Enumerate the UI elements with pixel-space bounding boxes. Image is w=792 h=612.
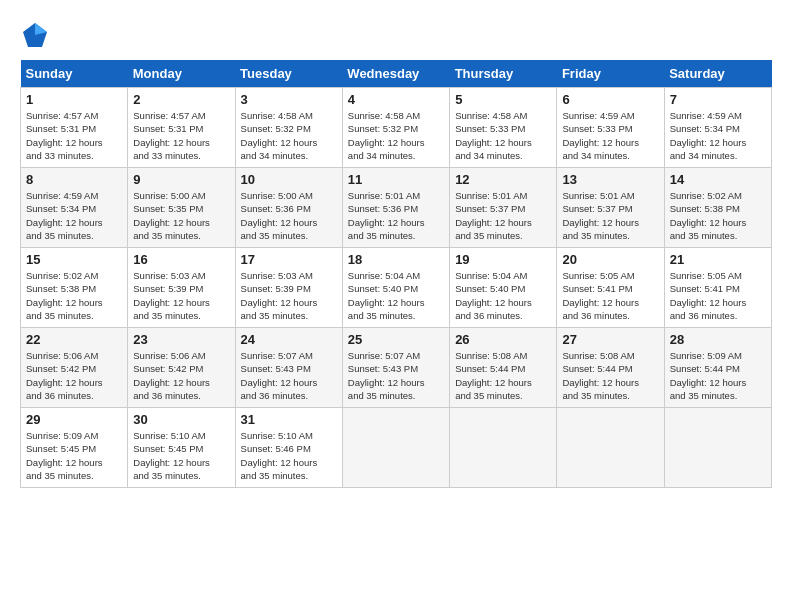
calendar-cell: 7Sunrise: 4:59 AM Sunset: 5:34 PM Daylig… — [664, 88, 771, 168]
calendar-week-4: 29Sunrise: 5:09 AM Sunset: 5:45 PM Dayli… — [21, 408, 772, 488]
day-number: 28 — [670, 332, 766, 347]
calendar-cell: 30Sunrise: 5:10 AM Sunset: 5:45 PM Dayli… — [128, 408, 235, 488]
calendar-cell: 6Sunrise: 4:59 AM Sunset: 5:33 PM Daylig… — [557, 88, 664, 168]
day-number: 12 — [455, 172, 551, 187]
day-info: Sunrise: 5:05 AM Sunset: 5:41 PM Dayligh… — [562, 269, 658, 322]
calendar-week-1: 8Sunrise: 4:59 AM Sunset: 5:34 PM Daylig… — [21, 168, 772, 248]
day-info: Sunrise: 4:59 AM Sunset: 5:34 PM Dayligh… — [670, 109, 766, 162]
day-info: Sunrise: 5:01 AM Sunset: 5:36 PM Dayligh… — [348, 189, 444, 242]
day-info: Sunrise: 5:09 AM Sunset: 5:44 PM Dayligh… — [670, 349, 766, 402]
calendar-cell: 13Sunrise: 5:01 AM Sunset: 5:37 PM Dayli… — [557, 168, 664, 248]
day-number: 6 — [562, 92, 658, 107]
day-info: Sunrise: 5:04 AM Sunset: 5:40 PM Dayligh… — [348, 269, 444, 322]
calendar-cell: 15Sunrise: 5:02 AM Sunset: 5:38 PM Dayli… — [21, 248, 128, 328]
day-info: Sunrise: 5:07 AM Sunset: 5:43 PM Dayligh… — [241, 349, 337, 402]
calendar-cell: 19Sunrise: 5:04 AM Sunset: 5:40 PM Dayli… — [450, 248, 557, 328]
day-number: 30 — [133, 412, 229, 427]
header-day-saturday: Saturday — [664, 60, 771, 88]
day-number: 17 — [241, 252, 337, 267]
day-info: Sunrise: 4:57 AM Sunset: 5:31 PM Dayligh… — [133, 109, 229, 162]
calendar-week-2: 15Sunrise: 5:02 AM Sunset: 5:38 PM Dayli… — [21, 248, 772, 328]
day-number: 13 — [562, 172, 658, 187]
day-number: 9 — [133, 172, 229, 187]
day-info: Sunrise: 5:08 AM Sunset: 5:44 PM Dayligh… — [455, 349, 551, 402]
day-number: 10 — [241, 172, 337, 187]
calendar-cell: 3Sunrise: 4:58 AM Sunset: 5:32 PM Daylig… — [235, 88, 342, 168]
day-info: Sunrise: 5:00 AM Sunset: 5:35 PM Dayligh… — [133, 189, 229, 242]
day-number: 19 — [455, 252, 551, 267]
calendar-cell: 28Sunrise: 5:09 AM Sunset: 5:44 PM Dayli… — [664, 328, 771, 408]
page-header — [20, 20, 772, 50]
day-info: Sunrise: 5:01 AM Sunset: 5:37 PM Dayligh… — [455, 189, 551, 242]
day-info: Sunrise: 5:10 AM Sunset: 5:45 PM Dayligh… — [133, 429, 229, 482]
day-number: 24 — [241, 332, 337, 347]
calendar-cell: 1Sunrise: 4:57 AM Sunset: 5:31 PM Daylig… — [21, 88, 128, 168]
day-number: 23 — [133, 332, 229, 347]
day-info: Sunrise: 5:06 AM Sunset: 5:42 PM Dayligh… — [133, 349, 229, 402]
header-day-sunday: Sunday — [21, 60, 128, 88]
day-info: Sunrise: 5:10 AM Sunset: 5:46 PM Dayligh… — [241, 429, 337, 482]
calendar-cell: 2Sunrise: 4:57 AM Sunset: 5:31 PM Daylig… — [128, 88, 235, 168]
calendar-cell: 18Sunrise: 5:04 AM Sunset: 5:40 PM Dayli… — [342, 248, 449, 328]
calendar-cell: 4Sunrise: 4:58 AM Sunset: 5:32 PM Daylig… — [342, 88, 449, 168]
calendar-cell: 24Sunrise: 5:07 AM Sunset: 5:43 PM Dayli… — [235, 328, 342, 408]
day-info: Sunrise: 5:04 AM Sunset: 5:40 PM Dayligh… — [455, 269, 551, 322]
calendar-cell: 20Sunrise: 5:05 AM Sunset: 5:41 PM Dayli… — [557, 248, 664, 328]
day-number: 5 — [455, 92, 551, 107]
logo — [20, 20, 55, 50]
day-info: Sunrise: 5:08 AM Sunset: 5:44 PM Dayligh… — [562, 349, 658, 402]
calendar-body: 1Sunrise: 4:57 AM Sunset: 5:31 PM Daylig… — [21, 88, 772, 488]
calendar-cell: 10Sunrise: 5:00 AM Sunset: 5:36 PM Dayli… — [235, 168, 342, 248]
calendar-cell: 16Sunrise: 5:03 AM Sunset: 5:39 PM Dayli… — [128, 248, 235, 328]
header-day-monday: Monday — [128, 60, 235, 88]
day-info: Sunrise: 5:05 AM Sunset: 5:41 PM Dayligh… — [670, 269, 766, 322]
day-info: Sunrise: 4:58 AM Sunset: 5:32 PM Dayligh… — [348, 109, 444, 162]
day-number: 11 — [348, 172, 444, 187]
day-info: Sunrise: 5:03 AM Sunset: 5:39 PM Dayligh… — [241, 269, 337, 322]
day-number: 18 — [348, 252, 444, 267]
calendar-cell: 12Sunrise: 5:01 AM Sunset: 5:37 PM Dayli… — [450, 168, 557, 248]
calendar-table: SundayMondayTuesdayWednesdayThursdayFrid… — [20, 60, 772, 488]
day-info: Sunrise: 5:09 AM Sunset: 5:45 PM Dayligh… — [26, 429, 122, 482]
calendar-cell — [557, 408, 664, 488]
calendar-cell: 25Sunrise: 5:07 AM Sunset: 5:43 PM Dayli… — [342, 328, 449, 408]
day-number: 26 — [455, 332, 551, 347]
day-number: 15 — [26, 252, 122, 267]
calendar-cell — [450, 408, 557, 488]
day-number: 8 — [26, 172, 122, 187]
calendar-header: SundayMondayTuesdayWednesdayThursdayFrid… — [21, 60, 772, 88]
day-number: 21 — [670, 252, 766, 267]
calendar-cell: 27Sunrise: 5:08 AM Sunset: 5:44 PM Dayli… — [557, 328, 664, 408]
day-info: Sunrise: 5:00 AM Sunset: 5:36 PM Dayligh… — [241, 189, 337, 242]
day-number: 3 — [241, 92, 337, 107]
calendar-cell: 26Sunrise: 5:08 AM Sunset: 5:44 PM Dayli… — [450, 328, 557, 408]
day-number: 31 — [241, 412, 337, 427]
calendar-cell: 23Sunrise: 5:06 AM Sunset: 5:42 PM Dayli… — [128, 328, 235, 408]
day-info: Sunrise: 4:58 AM Sunset: 5:33 PM Dayligh… — [455, 109, 551, 162]
header-day-thursday: Thursday — [450, 60, 557, 88]
calendar-cell — [342, 408, 449, 488]
day-number: 16 — [133, 252, 229, 267]
day-number: 25 — [348, 332, 444, 347]
header-day-wednesday: Wednesday — [342, 60, 449, 88]
calendar-cell: 14Sunrise: 5:02 AM Sunset: 5:38 PM Dayli… — [664, 168, 771, 248]
calendar-cell: 5Sunrise: 4:58 AM Sunset: 5:33 PM Daylig… — [450, 88, 557, 168]
calendar-cell — [664, 408, 771, 488]
day-number: 27 — [562, 332, 658, 347]
calendar-cell: 22Sunrise: 5:06 AM Sunset: 5:42 PM Dayli… — [21, 328, 128, 408]
day-number: 2 — [133, 92, 229, 107]
calendar-week-3: 22Sunrise: 5:06 AM Sunset: 5:42 PM Dayli… — [21, 328, 772, 408]
day-info: Sunrise: 4:58 AM Sunset: 5:32 PM Dayligh… — [241, 109, 337, 162]
day-info: Sunrise: 4:57 AM Sunset: 5:31 PM Dayligh… — [26, 109, 122, 162]
day-info: Sunrise: 5:06 AM Sunset: 5:42 PM Dayligh… — [26, 349, 122, 402]
day-info: Sunrise: 5:01 AM Sunset: 5:37 PM Dayligh… — [562, 189, 658, 242]
day-number: 4 — [348, 92, 444, 107]
day-number: 14 — [670, 172, 766, 187]
day-number: 7 — [670, 92, 766, 107]
day-number: 29 — [26, 412, 122, 427]
day-info: Sunrise: 5:07 AM Sunset: 5:43 PM Dayligh… — [348, 349, 444, 402]
calendar-cell: 21Sunrise: 5:05 AM Sunset: 5:41 PM Dayli… — [664, 248, 771, 328]
calendar-cell: 17Sunrise: 5:03 AM Sunset: 5:39 PM Dayli… — [235, 248, 342, 328]
day-number: 22 — [26, 332, 122, 347]
calendar-cell: 29Sunrise: 5:09 AM Sunset: 5:45 PM Dayli… — [21, 408, 128, 488]
